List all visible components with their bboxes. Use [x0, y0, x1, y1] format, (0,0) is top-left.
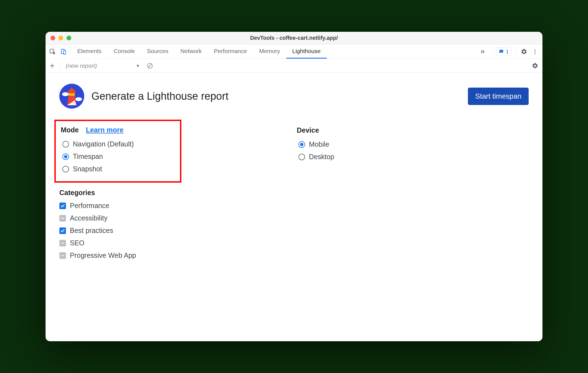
- device-option[interactable]: Mobile: [298, 138, 529, 151]
- mode-option-label: Navigation (Default): [73, 140, 134, 148]
- tab-network[interactable]: Network: [174, 44, 208, 59]
- checkbox-icon: [59, 227, 66, 234]
- device-option-label: Desktop: [309, 153, 334, 161]
- start-timespan-button[interactable]: Start timespan: [468, 88, 529, 105]
- svg-point-5: [534, 53, 536, 54]
- device-heading: Device: [297, 126, 319, 134]
- categories-heading: Categories: [59, 189, 95, 197]
- mode-option-label: Timespan: [73, 153, 103, 161]
- devtools-window: DevTools - coffee-cart.netlify.app/: [46, 32, 542, 341]
- tabs-overflow-icon[interactable]: [476, 44, 490, 59]
- console-messages-badge[interactable]: 1: [496, 48, 511, 56]
- category-option-label: Accessibility: [70, 214, 107, 222]
- svg-point-4: [534, 51, 536, 52]
- more-menu-icon[interactable]: [530, 47, 540, 56]
- devtools-tabs: ElementsConsoleSourcesNetworkPerformance…: [71, 44, 476, 59]
- mode-section-highlight: Mode Learn more Navigation (Default)Time…: [54, 120, 181, 183]
- category-option[interactable]: Progressive Web App: [59, 249, 275, 262]
- svg-point-8: [62, 92, 69, 96]
- category-option-label: SEO: [70, 239, 84, 247]
- checkbox-icon: [59, 240, 66, 246]
- radio-icon: [298, 154, 305, 160]
- separator: [60, 62, 60, 70]
- radio-icon: [62, 141, 69, 148]
- mode-option-label: Snapshot: [73, 165, 102, 173]
- window-close-button[interactable]: [51, 36, 55, 40]
- devtools-tabbar: ElementsConsoleSourcesNetworkPerformance…: [46, 44, 542, 59]
- inspect-element-icon[interactable]: [48, 47, 57, 56]
- page-title: Generate a Lighthouse report: [91, 90, 461, 102]
- category-option[interactable]: Performance: [59, 199, 275, 212]
- radio-icon: [298, 141, 305, 148]
- device-option-label: Mobile: [309, 140, 329, 148]
- device-toggle-icon[interactable]: [59, 47, 68, 56]
- checkbox-icon: [59, 203, 66, 209]
- window-title: DevTools - coffee-cart.netlify.app/: [46, 35, 542, 41]
- checkbox-icon: [59, 252, 66, 259]
- clear-icon[interactable]: [145, 61, 155, 70]
- device-option[interactable]: Desktop: [298, 151, 529, 163]
- categories-options: PerformanceAccessibilityBest practicesSE…: [59, 199, 275, 262]
- svg-point-9: [75, 97, 82, 101]
- lighthouse-settings-icon[interactable]: [530, 61, 540, 70]
- mode-option[interactable]: Navigation (Default): [62, 138, 175, 150]
- device-options: MobileDesktop: [297, 138, 529, 163]
- category-option-label: Progressive Web App: [70, 251, 136, 259]
- checkbox-icon: [59, 215, 66, 222]
- category-option[interactable]: Accessibility: [59, 212, 275, 224]
- mode-learn-more-link[interactable]: Learn more: [86, 126, 123, 134]
- radio-icon: [62, 166, 69, 172]
- category-option-label: Performance: [70, 202, 109, 210]
- category-option[interactable]: SEO: [59, 237, 275, 249]
- mode-heading: Mode: [61, 126, 79, 134]
- tab-sources[interactable]: Sources: [141, 44, 174, 59]
- report-dropdown-label: (new report): [66, 62, 97, 69]
- chevron-down-icon: ▼: [136, 64, 140, 68]
- lighthouse-panel: Generate a Lighthouse report Start times…: [46, 73, 542, 341]
- radio-icon: [62, 153, 69, 160]
- lighthouse-logo-icon: [59, 84, 84, 109]
- settings-gear-icon[interactable]: [519, 47, 529, 56]
- svg-rect-2: [63, 51, 66, 54]
- category-option[interactable]: Best practices: [59, 224, 275, 237]
- new-report-button[interactable]: [48, 62, 56, 70]
- tab-memory[interactable]: Memory: [253, 44, 286, 59]
- window-zoom-button[interactable]: [67, 36, 71, 40]
- mode-option[interactable]: Snapshot: [62, 163, 175, 175]
- separator: [515, 48, 515, 56]
- console-messages-count: 1: [506, 49, 509, 55]
- window-titlebar: DevTools - coffee-cart.netlify.app/: [46, 32, 542, 44]
- tab-lighthouse[interactable]: Lighthouse: [286, 44, 327, 59]
- lighthouse-toolbar: (new report) ▼: [46, 59, 542, 73]
- tab-elements[interactable]: Elements: [71, 44, 108, 59]
- window-minimize-button[interactable]: [59, 36, 63, 40]
- report-dropdown[interactable]: (new report) ▼: [64, 61, 141, 70]
- category-option-label: Best practices: [70, 227, 113, 235]
- svg-point-3: [534, 49, 536, 50]
- svg-rect-10: [69, 93, 75, 96]
- tab-performance[interactable]: Performance: [208, 44, 253, 59]
- mode-option[interactable]: Timespan: [62, 150, 175, 163]
- mode-options: Navigation (Default)TimespanSnapshot: [61, 138, 175, 175]
- tab-console[interactable]: Console: [108, 44, 141, 59]
- separator: [492, 48, 492, 56]
